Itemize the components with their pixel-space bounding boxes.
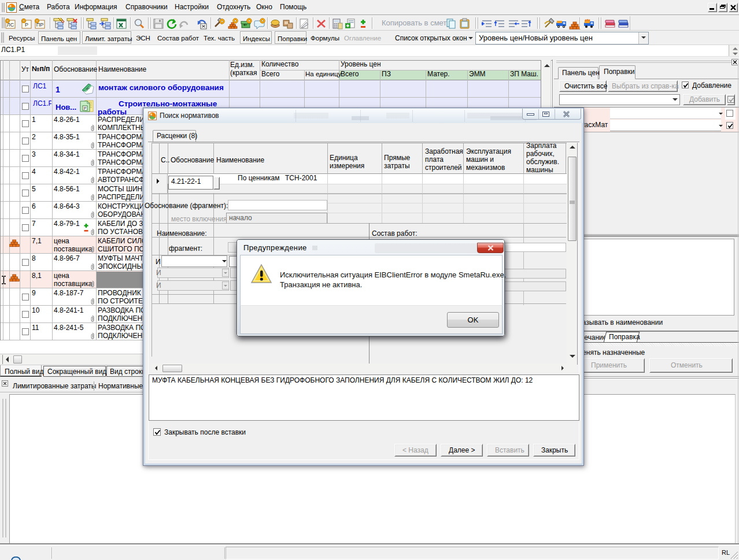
svg-text:P: P (84, 106, 87, 110)
svg-text:Р: Р (25, 22, 28, 28)
